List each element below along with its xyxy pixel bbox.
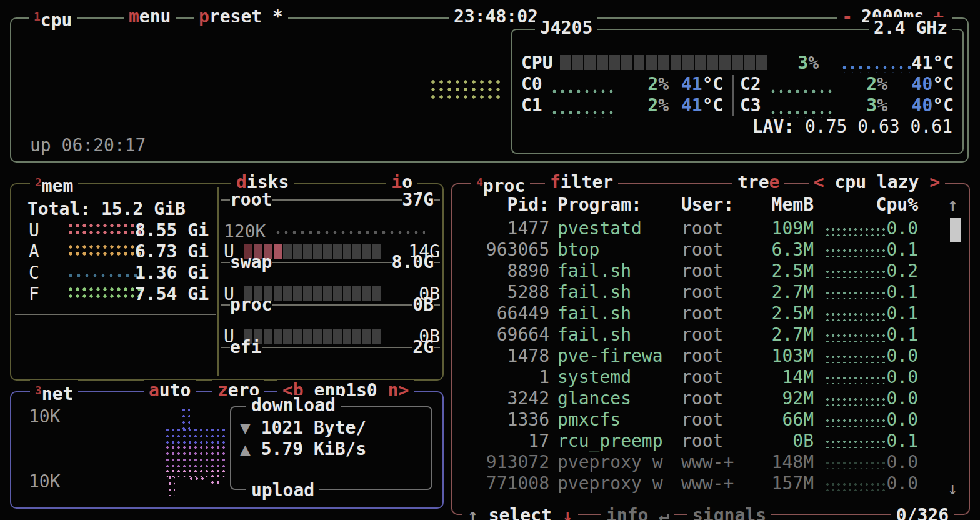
mem-row-label: A	[29, 241, 39, 262]
cell-cpu: 0.2	[852, 261, 918, 282]
process-row[interactable]: 1systemdroot14M0.0	[452, 367, 966, 388]
signals-button[interactable]: signals	[688, 505, 771, 520]
cell-cpu: 0.1	[852, 282, 918, 303]
process-row[interactable]: 69664fail.shroot2.7M0.1	[452, 324, 966, 346]
load-average: LAV: 0.75 0.63 0.61	[752, 116, 952, 138]
cpu-total-temp: 41°C	[900, 52, 954, 74]
cell-prog: fail.sh	[558, 282, 631, 303]
column-header-user[interactable]: User:	[681, 194, 734, 216]
process-row[interactable]: 3242glancesroot92M0.0	[452, 388, 966, 409]
proc-box-title[interactable]: 4proc	[471, 172, 530, 197]
cell-cpu: 0.1	[852, 239, 918, 261]
cpu-usage-graph	[431, 80, 504, 102]
core-graph	[771, 89, 836, 96]
cell-pid: 3242	[459, 388, 549, 409]
meter-block	[682, 55, 694, 70]
download-label: download	[246, 395, 341, 416]
process-row[interactable]: 963065btoproot6.3M0.1	[452, 239, 966, 261]
process-row[interactable]: 1478pve-firewaroot103M0.0	[452, 346, 966, 367]
net-speed-box: download upload ▼ 1021 Byte/ ▲ 5.79 KiB/…	[230, 406, 432, 490]
cell-user: root	[681, 239, 723, 261]
process-row[interactable]: 771008pveproxy wwww-+157M0.0	[452, 473, 966, 494]
process-row[interactable]: 1336pmxcfsroot66M0.0	[452, 409, 966, 431]
net-auto-toggle[interactable]: auto	[144, 380, 196, 401]
process-row[interactable]: 913072pveproxy wwww-+148M0.0	[452, 452, 966, 473]
process-row[interactable]: 8890fail.shroot2.5M0.2	[452, 261, 966, 282]
meter-block	[572, 55, 584, 70]
net-download-graph	[166, 429, 226, 448]
net-upload-graph	[211, 475, 222, 484]
cell-user: root	[681, 409, 723, 431]
cell-user: www-+	[681, 473, 734, 494]
mem-box-title[interactable]: 2mem	[30, 172, 78, 197]
cell-mem: 6.3M	[737, 239, 814, 261]
process-row[interactable]: 17rcu_preemproot0B0.1	[452, 431, 966, 452]
mem-total: Total: 15.2 GiB	[28, 199, 186, 220]
cell-pid: 771008	[459, 473, 549, 494]
cell-user: root	[681, 282, 723, 303]
meter-block	[584, 55, 596, 70]
meter-block	[634, 55, 645, 70]
mem-row-label: C	[29, 262, 39, 284]
cell-pid: 963065	[459, 239, 549, 261]
meter-block	[621, 55, 632, 70]
cell-pid: 17	[459, 431, 549, 452]
core-percent: 3%	[838, 95, 888, 116]
scroll-up-icon[interactable]: ↑	[948, 194, 958, 216]
column-header-program[interactable]: Program:	[558, 194, 642, 216]
uptime: up 06:20:17	[30, 135, 146, 156]
cell-prog: rcu_preemp	[558, 431, 663, 452]
meter-block	[671, 55, 682, 70]
core-graph	[552, 110, 618, 118]
cell-user: root	[681, 388, 723, 409]
select-control[interactable]: ↑ select ↓	[462, 505, 578, 520]
cpu-box-title[interactable]: 1cpu	[29, 6, 77, 31]
column-header-pid[interactable]: Pid:	[459, 194, 549, 216]
process-list: 1477pvestatdroot109M0.0963065btoproot6.3…	[452, 216, 966, 504]
core-temp: 40°C	[900, 74, 954, 95]
cell-user: root	[681, 261, 723, 282]
sort-prev-button[interactable]: <	[814, 172, 824, 192]
select-up-icon: ↑	[468, 505, 478, 520]
cpu-box-label: cpu	[41, 10, 72, 31]
cell-mem: 14M	[737, 367, 814, 388]
io-toggle[interactable]: io	[386, 172, 418, 193]
cell-user: www-+	[681, 452, 734, 473]
proc-filter-button[interactable]: filter	[545, 172, 618, 193]
preset-button[interactable]: preset *	[194, 6, 288, 28]
disks-toggle[interactable]: disks	[231, 172, 294, 193]
mem-box: 2mem disks io Total: 15.2 GiB U 8.55 Gi …	[10, 183, 444, 381]
core-name: C3	[740, 95, 761, 116]
core-graph	[552, 89, 618, 96]
menu-button[interactable]: menu	[124, 6, 176, 28]
net-upload-graph	[190, 478, 205, 484]
net-upload-graph	[169, 476, 175, 496]
cell-mem: 66M	[737, 409, 814, 431]
cell-prog: pveproxy w	[558, 452, 663, 473]
proc-tree-toggle[interactable]: tree	[732, 172, 784, 193]
cell-cpu: 0.0	[852, 388, 918, 409]
sort-next-button[interactable]: >	[929, 172, 940, 192]
process-row[interactable]: 66449fail.shroot2.5M0.1	[452, 303, 966, 324]
meter-block	[756, 55, 768, 70]
core-name: C2	[740, 74, 761, 95]
cell-pid: 8890	[459, 261, 549, 282]
net-box-number: 3	[35, 384, 42, 397]
info-button[interactable]: info ↵	[601, 505, 674, 520]
cell-prog: pvestatd	[558, 218, 642, 239]
column-header-mem[interactable]: MemB	[737, 194, 814, 216]
interval-minus-button[interactable]: -	[842, 6, 852, 27]
btop-app: 1cpu menu preset * 23:48:02 -2000ms+ up …	[0, 0, 980, 520]
column-header-cpu[interactable]: Cpu%	[852, 194, 918, 216]
cell-cpu: 0.1	[852, 431, 918, 452]
core-temp: 41°C	[681, 74, 723, 95]
iface-next-button[interactable]: n>	[388, 380, 409, 401]
meter-block	[658, 55, 669, 70]
process-row[interactable]: 5288fail.shroot2.7M0.1	[452, 282, 966, 303]
net-box-title[interactable]: 3net	[30, 380, 78, 405]
cell-cpu: 0.0	[852, 218, 918, 239]
net-upload-graph	[166, 446, 226, 471]
process-row[interactable]: 1477pvestatdroot109M0.0	[452, 218, 966, 239]
meter-block	[646, 55, 657, 70]
disk-io-value: 120K	[224, 221, 266, 242]
